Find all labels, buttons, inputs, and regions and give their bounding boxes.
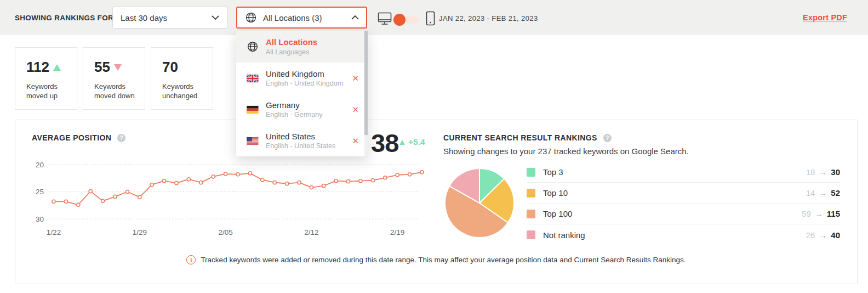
dropdown-option-all-locations[interactable]: All Locations All Languages [236, 31, 368, 63]
legend-row-top3: Top 3 18 → 30 [527, 162, 840, 183]
legend-label: Top 3 [543, 167, 563, 177]
average-position-change: +5.4 [399, 137, 425, 147]
remove-location-icon[interactable]: ✕ [352, 105, 359, 115]
legend-swatch [527, 168, 535, 177]
scrollbar-thumb[interactable] [364, 31, 368, 135]
stat-value: 70 [162, 59, 178, 76]
legend-swatch [527, 230, 535, 239]
rankings-pie-chart [444, 167, 515, 239]
help-icon[interactable]: ? [603, 134, 612, 142]
help-icon[interactable]: ? [117, 134, 125, 142]
old-value: 18 [806, 167, 815, 177]
svg-text:1/22: 1/22 [47, 228, 61, 236]
option-subtitle: English - United States [266, 142, 349, 150]
down-triangle-icon [114, 64, 122, 71]
stat-card-moved-down: 55 Keywords moved down [83, 47, 145, 110]
remove-location-icon[interactable]: ✕ [352, 74, 359, 83]
mobile-icon[interactable] [426, 11, 435, 26]
top-bar: SHOWING RANKINGS FOR: Last 30 days All L… [0, 0, 868, 35]
average-position-chart: 2025301/221/292/052/122/19 [32, 159, 437, 246]
rankings-legend: Top 3 18 → 30 Top 10 14 → 52 Top 100 [527, 162, 840, 245]
current-rankings-title: CURRENT SEARCH RESULT RANKINGS [443, 133, 597, 142]
average-position-title: AVERAGE POSITION [32, 133, 111, 142]
option-title: Germany [266, 100, 349, 110]
up-triangle-icon [53, 64, 61, 71]
uk-flag-icon [246, 74, 259, 83]
stat-label: Keywords moved up [26, 82, 71, 100]
option-subtitle: All Languages [266, 48, 368, 56]
toggle-knob[interactable] [393, 14, 406, 26]
date-range-select-value: Last 30 days [121, 13, 167, 22]
up-triangle-icon [399, 140, 405, 145]
locations-select-value: All Locations (3) [263, 13, 322, 22]
legend-row-top10: Top 10 14 → 52 [527, 183, 840, 204]
current-rankings-subtitle: Showing changes to your 237 tracked keyw… [443, 146, 689, 156]
stat-value: 112 [26, 59, 49, 76]
globe-icon [244, 11, 258, 24]
device-toggle[interactable] [393, 14, 419, 26]
legend-swatch [527, 189, 535, 198]
legend-row-not-ranking: Not ranking 26 → 40 [527, 224, 840, 245]
new-value: 40 [831, 230, 840, 240]
locations-select[interactable]: All Locations (3) [236, 7, 367, 29]
svg-text:2/05: 2/05 [218, 228, 232, 236]
globe-icon [246, 40, 259, 53]
germany-flag-icon [246, 105, 259, 114]
legend-label: Top 10 [543, 188, 568, 198]
option-title: All Locations [266, 37, 368, 47]
legend-swatch [527, 210, 535, 218]
stat-card-moved-up: 112 Keywords moved up [15, 47, 77, 110]
average-position-value: 38 [371, 130, 398, 156]
legend-label: Top 100 [543, 209, 572, 218]
svg-text:25: 25 [36, 188, 44, 196]
svg-text:2/19: 2/19 [390, 228, 404, 236]
svg-text:1/29: 1/29 [133, 228, 147, 236]
stat-cards: 112 Keywords moved up 55 Keywords moved … [15, 47, 213, 110]
new-value: 115 [827, 209, 840, 218]
new-value: 52 [831, 188, 840, 198]
chevron-up-icon [351, 15, 359, 20]
stat-label: Keywords unchanged [162, 82, 207, 100]
old-value: 59 [802, 209, 811, 218]
legend-label: Not ranking [543, 230, 585, 240]
arrow-icon: → [819, 188, 827, 198]
old-value: 14 [806, 188, 815, 198]
locations-dropdown: All Locations All Languages United Kingd… [236, 31, 368, 156]
date-range-select[interactable]: Last 30 days [112, 7, 227, 29]
stat-value: 55 [94, 59, 110, 76]
note-text: Tracked keywords were added or removed d… [201, 256, 686, 264]
current-rankings-header: CURRENT SEARCH RESULT RANKINGS ? [443, 133, 612, 142]
info-icon: i [186, 255, 196, 264]
export-pdf-link[interactable]: Export PDF [803, 13, 847, 22]
option-title: United States [266, 132, 349, 141]
stat-label: Keywords moved down [94, 82, 139, 100]
remove-location-icon[interactable]: ✕ [352, 136, 359, 146]
arrow-icon: → [819, 230, 827, 240]
svg-text:2/12: 2/12 [304, 228, 318, 236]
new-value: 30 [831, 167, 840, 177]
svg-text:20: 20 [36, 161, 44, 169]
old-value: 26 [806, 230, 815, 240]
showing-rankings-label: SHOWING RANKINGS FOR: [15, 14, 116, 22]
option-subtitle: English - United Kingdom [266, 80, 349, 87]
arrow-icon: → [815, 209, 823, 218]
average-position-header: AVERAGE POSITION ? [32, 133, 125, 142]
legend-row-top100: Top 100 59 → 115 [527, 204, 840, 224]
rankings-panel: AVERAGE POSITION ? 38 +5.4 2025301/221/2… [15, 120, 858, 284]
date-range-text: JAN 22, 2023 - FEB 21, 2023 [439, 14, 538, 22]
stat-card-unchanged: 70 Keywords unchanged [151, 47, 213, 110]
arrow-icon: → [819, 167, 827, 177]
dropdown-option-germany[interactable]: Germany English - Germany ✕ [236, 94, 368, 125]
date-range-note: i Tracked keywords were added or removed… [15, 255, 857, 264]
option-title: United Kingdom [266, 69, 349, 78]
option-subtitle: English - Germany [266, 111, 349, 119]
us-flag-icon [246, 137, 259, 145]
change-value: +5.4 [408, 137, 425, 147]
dropdown-option-united-states[interactable]: United States English - United States ✕ [236, 125, 368, 156]
desktop-icon[interactable] [378, 12, 392, 25]
svg-text:30: 30 [36, 215, 44, 223]
dropdown-option-united-kingdom[interactable]: United Kingdom English - United Kingdom … [236, 63, 368, 94]
dropdown-scrollbar[interactable] [364, 31, 368, 156]
chevron-down-icon [212, 15, 219, 20]
